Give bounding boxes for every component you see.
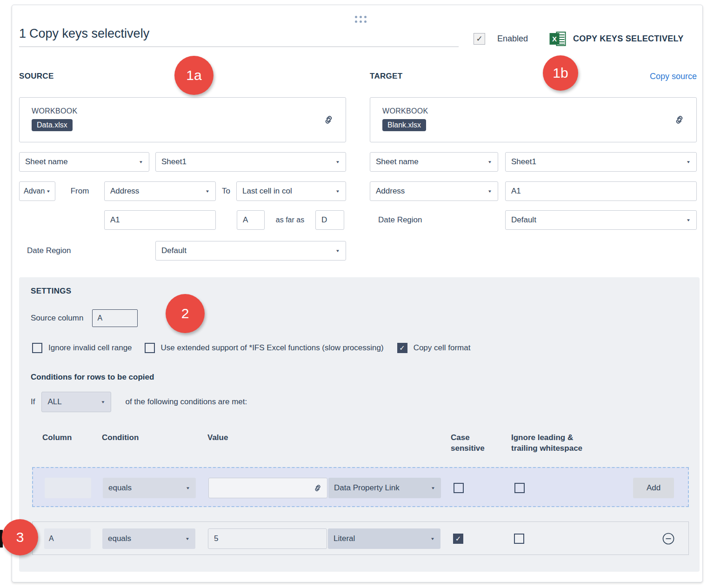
chevron-down-icon: ▼ xyxy=(185,537,190,541)
new-condition-ignore-whitespace-checkbox[interactable]: ✓ xyxy=(514,483,525,493)
chevron-down-icon: ▼ xyxy=(335,189,340,194)
source-date-region-label: Date Region xyxy=(27,241,71,261)
link-icon[interactable] xyxy=(313,483,323,493)
action-title: Copy keys selectively xyxy=(29,27,149,40)
source-column-input[interactable]: A xyxy=(92,309,138,327)
target-address-type-dropdown[interactable]: Address ▼ xyxy=(370,181,498,201)
link-icon[interactable] xyxy=(322,114,334,126)
conditions-suffix-label: of the following conditions are met: xyxy=(125,397,247,407)
extended-ifs-support-checkbox[interactable]: ✓ xyxy=(145,343,155,353)
target-workbook-box: WORKBOOK Blank.xlsx xyxy=(370,97,697,142)
condition-value-type-dropdown[interactable]: Literal ▼ xyxy=(328,528,440,549)
settings-section-label: SETTINGS xyxy=(31,287,71,296)
source-section-label: SOURCE xyxy=(19,72,54,81)
target-sheet-selector-value: Sheet name xyxy=(376,157,419,167)
check-icon: ✓ xyxy=(455,535,461,543)
conditions-table-header: Column Condition Value Case sensitive Ig… xyxy=(32,432,689,465)
target-date-region-dropdown[interactable]: Default ▼ xyxy=(505,210,697,230)
value-header: Value xyxy=(207,432,228,443)
target-address-type-value: Address xyxy=(376,187,405,196)
condition-operator-dropdown[interactable]: equals ▼ xyxy=(102,528,195,549)
extended-ifs-support-label: Use extended support of *IFS Excel funct… xyxy=(161,343,384,353)
case-sensitive-header: Case sensitive xyxy=(451,432,494,454)
annotation-badge-2: 2 xyxy=(166,294,205,333)
source-sheet-name-value: Sheet1 xyxy=(161,157,187,167)
source-to-type-dropdown[interactable]: Last cell in col ▼ xyxy=(236,181,346,201)
source-sheet-name-dropdown[interactable]: Sheet1 ▼ xyxy=(155,152,346,172)
condition-value-input[interactable]: 5 xyxy=(208,528,327,549)
target-section: TARGET Copy source WORKBOOK Blank.xlsx S… xyxy=(370,71,697,261)
link-icon[interactable] xyxy=(673,114,685,126)
target-workbook-label: WORKBOOK xyxy=(382,107,696,115)
new-condition-operator-dropdown[interactable]: equals ▼ xyxy=(103,478,196,498)
new-condition-value-type-value: Data Property Link xyxy=(334,483,400,493)
condition-row: A equals ▼ 5 Literal ▼ ✓ ✓ xyxy=(32,521,689,555)
source-to-type-value: Last cell in col xyxy=(242,187,292,196)
source-sheet-selector-dropdown[interactable]: Sheet name ▼ xyxy=(19,152,149,172)
condition-ignore-whitespace-checkbox[interactable]: ✓ xyxy=(514,534,524,544)
source-end-column-input[interactable]: D xyxy=(315,210,344,230)
from-label: From xyxy=(55,181,104,201)
copy-cell-format-checkbox[interactable]: ✓ xyxy=(397,343,407,353)
source-workbook-label: WORKBOOK xyxy=(32,107,346,115)
condition-column-input[interactable]: A xyxy=(44,528,91,549)
condition-operator-value: equals xyxy=(108,534,131,543)
target-sheet-name-value: Sheet1 xyxy=(511,157,536,167)
condition-header: Condition xyxy=(102,432,139,443)
ignore-invalid-cell-range-checkbox[interactable]: ✓ xyxy=(32,343,42,353)
check-icon: ✓ xyxy=(476,34,482,44)
action-order-number: 1 xyxy=(19,27,26,40)
condition-value-type-value: Literal xyxy=(334,534,355,543)
copy-cell-format-label: Copy cell format xyxy=(414,343,471,353)
source-section: SOURCE WORKBOOK Data.xlsx Sheet name ▼ S… xyxy=(19,71,346,261)
action-type-label: COPY KEYS SELECTIVELY xyxy=(573,34,683,44)
source-workbook-file-tag[interactable]: Data.xlsx xyxy=(32,119,73,131)
chevron-down-icon: ▼ xyxy=(686,218,691,222)
chevron-down-icon: ▼ xyxy=(139,160,143,164)
remove-condition-button[interactable] xyxy=(661,532,675,546)
source-start-column-input[interactable]: A xyxy=(237,210,265,230)
target-date-region-label: Date Region xyxy=(378,210,422,230)
ignore-invalid-cell-range-label: Ignore invalid cell range xyxy=(48,343,132,353)
annotation-badge-1a: 1a xyxy=(174,56,214,95)
source-date-region-value: Default xyxy=(161,246,187,255)
chevron-down-icon: ▼ xyxy=(101,400,106,404)
target-sheet-selector-dropdown[interactable]: Sheet name ▼ xyxy=(370,152,498,172)
target-sheet-name-dropdown[interactable]: Sheet1 ▼ xyxy=(505,152,697,172)
annotation-badge-3: 3 xyxy=(2,519,38,555)
drag-handle-icon[interactable] xyxy=(355,16,367,23)
new-condition-case-sensitive-checkbox[interactable]: ✓ xyxy=(454,483,464,493)
chevron-down-icon: ▼ xyxy=(205,189,210,194)
chevron-down-icon: ▼ xyxy=(335,160,340,164)
if-label: If xyxy=(31,397,35,407)
annotation-badge-1b: 1b xyxy=(543,55,578,91)
copy-source-link[interactable]: Copy source xyxy=(650,72,697,81)
chevron-down-icon: ▼ xyxy=(686,160,691,164)
enabled-checkbox[interactable]: ✓ xyxy=(474,33,485,45)
new-condition-row: equals ▼ Data Property Link ▼ ✓ ✓ Add xyxy=(32,467,689,507)
check-icon: ✓ xyxy=(399,344,405,352)
source-from-type-dropdown[interactable]: Address ▼ xyxy=(104,181,216,201)
chevron-down-icon: ▼ xyxy=(487,189,492,194)
new-condition-value-input[interactable] xyxy=(208,478,327,498)
chevron-down-icon: ▼ xyxy=(186,486,190,490)
source-range-mode-dropdown[interactable]: Advan ▼ xyxy=(19,181,55,201)
match-mode-value: ALL xyxy=(47,397,61,407)
target-workbook-file-tag[interactable]: Blank.xlsx xyxy=(382,119,426,131)
condition-case-sensitive-checkbox[interactable]: ✓ xyxy=(453,534,463,544)
source-from-address-input[interactable]: A1 xyxy=(104,210,216,230)
source-workbook-box: WORKBOOK Data.xlsx xyxy=(19,97,346,142)
action-card: 1Copy keys selectively ✓ Enabled COPY KE… xyxy=(12,5,703,582)
source-date-region-dropdown[interactable]: Default ▼ xyxy=(155,241,346,261)
target-section-label: TARGET xyxy=(370,72,402,81)
excel-icon xyxy=(549,31,567,47)
target-date-region-value: Default xyxy=(511,215,536,225)
new-condition-column-input[interactable] xyxy=(45,478,91,498)
add-condition-button[interactable]: Add xyxy=(633,478,674,498)
source-column-label: Source column xyxy=(31,314,83,323)
settings-panel: SETTINGS Source column A ✓ Ignore invali… xyxy=(19,277,700,572)
target-address-input[interactable]: A1 xyxy=(505,181,697,201)
match-mode-dropdown[interactable]: ALL ▼ xyxy=(41,392,111,412)
new-condition-value-type-dropdown[interactable]: Data Property Link ▼ xyxy=(328,478,441,498)
page-title: 1Copy keys selectively xyxy=(19,27,459,47)
